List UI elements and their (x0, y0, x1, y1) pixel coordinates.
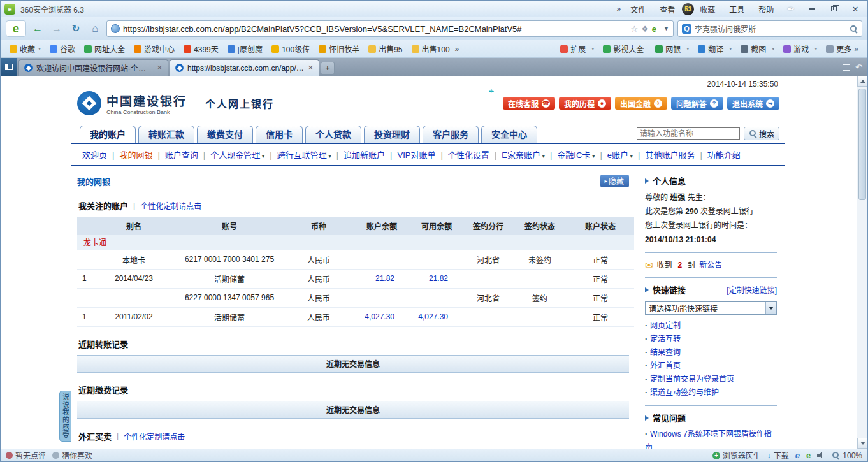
browser-tab[interactable]: https://ibsbjstar.ccb.com.cn/app/… ✕ (170, 59, 319, 76)
browser-home-logo-icon[interactable]: e (6, 20, 26, 37)
select-dropdown-icon[interactable] (765, 302, 776, 314)
sub-nav-item[interactable]: 个人现金管理 (198, 148, 264, 161)
menu-item[interactable]: 查看 (655, 4, 679, 15)
menu-item[interactable]: 帮助 (754, 4, 778, 15)
bookmark-item[interactable]: 4399天 (180, 42, 222, 55)
speaker-icon[interactable] (817, 452, 825, 459)
hide-button[interactable]: 隐藏 (600, 175, 629, 187)
forex-customize-link[interactable]: 个性化定制请点击 (124, 431, 185, 442)
function-search-button[interactable]: 搜索 (744, 127, 779, 140)
no-review-item[interactable]: 暂无点评 (6, 450, 46, 461)
search-input[interactable] (695, 24, 846, 33)
skin-feather-icon[interactable]: ✒ (787, 4, 795, 14)
sub-nav-item[interactable]: 跨行互联管理 (264, 148, 331, 161)
speed-mode-icon[interactable]: e (652, 24, 656, 34)
refresh-button[interactable]: ↻ (68, 21, 83, 36)
bookmark-item[interactable]: [原创魔 (224, 42, 266, 55)
sub-nav-item[interactable]: 欢迎页 (82, 148, 107, 161)
guess-like-item[interactable]: 猜你喜欢 (52, 450, 92, 461)
address-input[interactable] (123, 24, 628, 34)
overseas-finance-button[interactable]: 出国金融✈ (615, 97, 667, 110)
compatibility-mode-icon[interactable]: ❖ (641, 24, 649, 34)
bookmarks-overflow-chevron[interactable]: » (455, 45, 459, 54)
toolbar-extension-item[interactable]: 截图 (737, 42, 778, 55)
back-button[interactable]: ← (30, 21, 45, 36)
bookmark-item[interactable]: 收藏 (6, 42, 45, 55)
vertical-scrollbar[interactable] (857, 76, 867, 449)
sub-nav-item[interactable]: 账户查询 (152, 148, 198, 161)
zoom-control[interactable]: 100% (832, 451, 862, 460)
feedback-tab[interactable]: 说说我的感受 (59, 391, 71, 442)
bookmark-item[interactable]: 出售100 (408, 42, 454, 55)
faq-button[interactable]: 问题解答? (671, 97, 723, 110)
toolbar-extension-item[interactable]: 翻译 (694, 42, 735, 55)
forward-button[interactable]: → (49, 21, 64, 36)
quicklink-config-link[interactable]: [定制快速链接] (727, 284, 777, 295)
bookmark-item[interactable]: 100级传 (268, 42, 314, 55)
sub-nav-item[interactable]: 功能介绍 (695, 148, 740, 161)
scroll-up-icon[interactable] (857, 76, 867, 87)
sub-nav-item[interactable]: 金融IC卡 (545, 148, 595, 161)
faq-link[interactable]: Windows 7系统环境下网银盾操作指南 (645, 428, 777, 449)
quick-link[interactable]: 定制当前交易为登录首页 (645, 373, 777, 386)
logout-button[interactable]: 退出系统↪ (727, 97, 779, 110)
menu-item[interactable]: 收藏 (695, 4, 720, 15)
tab-close-icon[interactable]: ✕ (157, 64, 163, 72)
nav-tab[interactable]: 缴费支付 (197, 126, 253, 143)
search-magnifier-icon[interactable] (850, 25, 858, 33)
sub-nav-item[interactable]: 个性化设置 (435, 148, 489, 161)
side-panel-toggle-icon[interactable] (1, 58, 17, 76)
nav-tab[interactable]: 投资理财 (364, 126, 420, 143)
close-button[interactable]: ✕ (847, 3, 864, 15)
sub-nav-item[interactable]: e账户 (595, 148, 633, 161)
quick-link[interactable]: 渠道互动签约与维护 (645, 386, 777, 400)
toolbar-extension-item[interactable]: 影视大全 (599, 42, 650, 55)
toolbar-extension-item[interactable]: 游戏 (779, 42, 821, 55)
bookmark-item[interactable]: 网址大全 (80, 42, 129, 55)
sub-nav-item[interactable]: VIP对账单 (385, 148, 435, 161)
scrollbar-thumb[interactable] (858, 89, 866, 200)
menu-item[interactable]: 文件 (626, 4, 650, 15)
my-journey-button[interactable]: 我的历程● (559, 97, 611, 110)
toolbar-extension-item[interactable]: 更多» (822, 42, 862, 55)
nav-tab[interactable]: 安全中心 (481, 126, 537, 143)
recently-closed-icon[interactable]: ↶ (855, 62, 862, 72)
nav-tab[interactable]: 转账汇款 (138, 126, 194, 143)
restore-button[interactable] (825, 3, 842, 15)
notice-link[interactable]: 新公告 (699, 259, 722, 271)
quick-link[interactable]: 外汇首页 (645, 359, 777, 373)
menu-overflow-chevron[interactable]: » (617, 4, 621, 13)
sub-nav-item[interactable]: 追加新账户 (331, 148, 385, 161)
nav-tab[interactable]: 个人贷款 (305, 126, 361, 143)
new-tab-button[interactable]: + (321, 62, 335, 75)
function-search-input[interactable] (637, 127, 740, 140)
address-bar[interactable]: ☆ ❖ e ▼ (106, 20, 674, 37)
home-button[interactable]: ⌂ (87, 21, 103, 36)
quick-link[interactable]: 结果查询 (645, 346, 777, 359)
sub-nav-item[interactable]: E家亲账户 (489, 148, 545, 161)
notification-badge[interactable]: 53 (682, 3, 694, 15)
download-item[interactable]: ↓ 下载 (767, 450, 789, 461)
bookmark-item[interactable]: 游戏中心 (130, 42, 178, 55)
ie-mode-icon[interactable]: e (795, 451, 800, 460)
toolbar-extension-item[interactable]: 网银 (651, 42, 693, 55)
bookmark-item[interactable]: 出售95 (365, 42, 406, 55)
minimize-button[interactable] (804, 3, 820, 15)
online-service-button[interactable]: 在线客服☎ (503, 97, 555, 110)
nav-tab[interactable]: 客户服务 (423, 126, 479, 143)
nav-tab[interactable]: 信用卡 (256, 126, 303, 143)
nav-tab[interactable]: 我的账户 (80, 126, 136, 143)
tab-list-icon[interactable] (843, 64, 850, 71)
favorite-star-icon[interactable]: ☆ (631, 24, 639, 34)
quick-link[interactable]: 定活互转 (645, 333, 777, 346)
menu-item[interactable]: 工具 (725, 4, 749, 15)
tab-close-icon[interactable]: ✕ (308, 64, 314, 72)
sub-nav-item[interactable]: 其他账户服务 (633, 148, 695, 161)
bookmark-item[interactable]: 怀旧牧羊 (315, 42, 363, 55)
quicklink-select[interactable]: 请选择功能快速链接 (645, 301, 777, 315)
browser-doctor-item[interactable]: + 浏览器医生 (712, 450, 761, 461)
quick-link[interactable]: 网页定制 (645, 319, 777, 333)
customize-link[interactable]: 个性化定制请点击 (140, 200, 201, 211)
chrome-mode-icon[interactable]: e (806, 451, 811, 460)
scroll-down-icon[interactable] (857, 438, 867, 449)
